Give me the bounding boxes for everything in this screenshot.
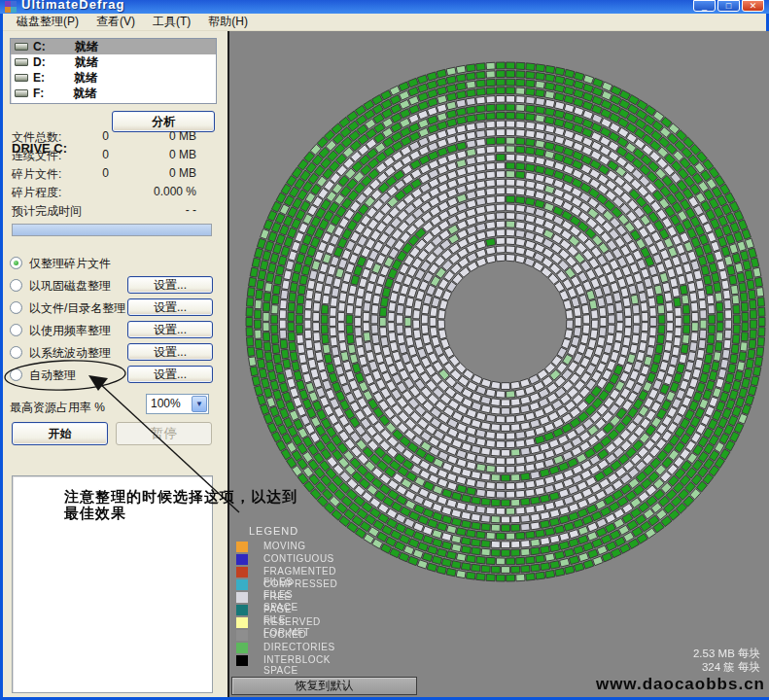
option-label: 以使用频率整理: [29, 323, 111, 339]
start-button[interactable]: 开始: [12, 422, 108, 445]
drive-status: 就绪: [74, 70, 97, 87]
settings-button-1[interactable]: 设置...: [127, 276, 213, 294]
drive-row-E[interactable]: E:就绪: [11, 70, 216, 86]
legend-swatch: [236, 630, 248, 641]
legend-item: MOVING: [236, 541, 298, 553]
option-label: 自动整理: [29, 368, 76, 384]
drive-row-D[interactable]: D:就绪: [11, 54, 216, 70]
settings-button-3[interactable]: 设置...: [127, 321, 213, 338]
drive-letter: C:: [33, 40, 46, 53]
radio-0[interactable]: [10, 257, 22, 269]
menu-item-2[interactable]: 工具(T): [144, 13, 199, 31]
stat-size: 0 MB: [169, 129, 196, 143]
legend-swatch: [236, 579, 248, 590]
legend-swatch: [236, 605, 248, 615]
stat-label: 碎片程度:: [12, 185, 61, 201]
pause-button: 暂停: [116, 422, 212, 445]
drive-icon: [15, 74, 28, 82]
drive-status: 就绪: [75, 39, 98, 55]
settings-button-2[interactable]: 设置...: [127, 298, 213, 316]
drive-icon: [15, 43, 28, 51]
legend-title: LEGEND: [249, 525, 298, 537]
legend-swatch: [236, 643, 248, 653]
settings-button-5[interactable]: 设置...: [127, 366, 213, 383]
drive-letter: F:: [33, 87, 44, 100]
legend-swatch: [236, 542, 248, 552]
drive-icon: [15, 89, 28, 97]
restore-default-button[interactable]: 恢复到默认: [231, 677, 417, 695]
stat-label: 文件总数:: [12, 129, 61, 146]
block-info: 2.53 MB 每块 324 簇 每块: [693, 647, 760, 674]
resource-usage-value: 100%: [151, 397, 181, 410]
legend-item: RESERVED FOR MFT: [236, 616, 298, 629]
stat-label: 连续文件:: [12, 148, 61, 164]
legend-item: FREE SPACE: [236, 591, 298, 604]
app-icon: [5, 1, 17, 13]
drive-row-F[interactable]: F:就绪: [11, 86, 216, 101]
menu-item-0[interactable]: 磁盘整理(P): [8, 13, 87, 31]
stat-count: 0: [102, 166, 109, 180]
legend-swatch: [236, 567, 248, 578]
option-row-4: 以系统波动整理设置...: [10, 342, 216, 364]
resource-usage-label: 最高资源占用率 %: [10, 400, 105, 416]
report-listbox[interactable]: [12, 475, 213, 693]
stat-row: 连续文件:00 MB: [12, 148, 212, 166]
title-bar: UltimateDefrag _ □ ✕: [0, 0, 769, 14]
legend-item: LOCKED: [236, 629, 298, 642]
legend-item: FRAGMENTED FILES: [236, 566, 298, 578]
drive-status: 就绪: [75, 54, 98, 71]
radio-1[interactable]: [10, 279, 22, 292]
block-size-text: 2.53 MB 每块: [693, 647, 760, 660]
legend-swatch: [236, 617, 248, 628]
legend-item: CONTIGUOUS: [236, 553, 298, 566]
app-window: UltimateDefrag _ □ ✕ 磁盘整理(P)查看(V)工具(T)帮助…: [0, 0, 769, 700]
legend-item: COMPRESSED FILES: [236, 578, 298, 591]
option-row-3: 以使用频率整理设置...: [10, 320, 216, 341]
radio-4[interactable]: [10, 346, 22, 359]
resource-usage-select[interactable]: 100% ▼: [146, 394, 209, 414]
legend-item: DIRECTORIES: [236, 642, 298, 654]
window-title: UltimateDefrag: [21, 0, 124, 12]
settings-button-4[interactable]: 设置...: [127, 343, 213, 361]
option-row-2: 以文件/目录名整理设置...: [10, 298, 216, 319]
stat-count: 0: [102, 129, 109, 143]
option-label: 仅整理碎片文件: [29, 256, 111, 272]
drive-row-C[interactable]: C:就绪: [11, 39, 216, 54]
cluster-size-text: 324 簇 每块: [693, 660, 760, 674]
disk-map-panel: LEGEND MOVINGCONTIGUOUSFRAGMENTED FILESC…: [227, 31, 769, 697]
legend-swatch: [236, 655, 248, 666]
watermark-text: www.daocaobbs.cn: [596, 675, 765, 694]
stat-size: 0 MB: [169, 148, 196, 161]
legend-label: CONTIGUOUS: [263, 553, 334, 564]
stat-row: 预计完成时间- -: [12, 203, 212, 222]
menu-bar: 磁盘整理(P)查看(V)工具(T)帮助(H): [3, 14, 766, 31]
legend-label: LOCKED: [263, 629, 306, 640]
radio-2[interactable]: [10, 301, 22, 314]
menu-item-3[interactable]: 帮助(H): [199, 13, 257, 31]
chevron-down-icon[interactable]: ▼: [192, 396, 207, 412]
radio-5[interactable]: [10, 368, 22, 381]
stat-row: 文件总数:00 MB: [12, 129, 212, 148]
legend: LEGEND MOVINGCONTIGUOUSFRAGMENTED FILESC…: [236, 525, 298, 667]
option-label: 以文件/目录名整理: [29, 300, 125, 317]
stat-label: 碎片文件:: [12, 166, 61, 183]
legend-label: INTERBLOCK SPACE: [263, 654, 331, 676]
stat-row: 碎片文件:00 MB: [12, 166, 212, 185]
legend-item: INTERBLOCK SPACE: [236, 654, 298, 667]
stat-count: 0: [102, 148, 109, 161]
maximize-button[interactable]: □: [717, 0, 740, 12]
menu-item-1[interactable]: 查看(V): [87, 13, 144, 31]
drive-icon: [15, 58, 28, 66]
drive-letter: D:: [33, 55, 46, 69]
radio-3[interactable]: [10, 324, 22, 336]
option-row-1: 以巩固磁盘整理设置...: [10, 275, 216, 297]
option-label: 以巩固磁盘整理: [29, 278, 111, 295]
stat-size: 0 MB: [169, 166, 196, 180]
stat-size: 0.000 %: [154, 185, 196, 198]
minimize-button[interactable]: _: [693, 0, 716, 12]
drive-list[interactable]: C:就绪D:就绪E:就绪F:就绪: [10, 38, 217, 104]
legend-swatch: [236, 592, 248, 603]
stat-size: - -: [186, 203, 196, 217]
close-button[interactable]: ✕: [742, 0, 764, 12]
drive-letter: E:: [33, 71, 45, 85]
